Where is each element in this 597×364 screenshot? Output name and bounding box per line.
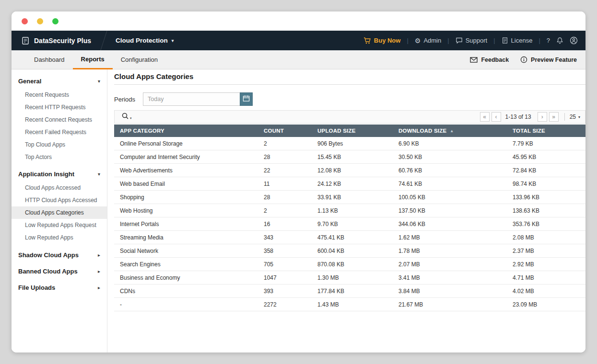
chevron-down-icon: ▾ [98, 171, 100, 177]
cell-count: 2272 [264, 301, 317, 308]
sidebar-group-application-insight[interactable]: Application Insight ▾ [12, 166, 107, 182]
chevron-right-icon: ▸ [98, 252, 100, 258]
cell-download-size: 137.50 KB [398, 207, 513, 214]
cell-total-size: 98.74 KB [513, 181, 585, 187]
column-header-total-size[interactable]: TOTAL SIZE [513, 128, 585, 134]
sidebar-item-cloud-apps-categories[interactable]: Cloud Apps Categories [12, 206, 107, 219]
table-row[interactable]: Social Network 358 600.04 KB 1.78 MB 2.3… [114, 244, 585, 258]
cell-total-size: 138.63 KB [513, 207, 585, 214]
column-header-download-size[interactable]: DOWNLOAD SIZE ▲ [398, 128, 513, 134]
sidebar-item-recent-connect-requests[interactable]: Recent Connect Requests [12, 114, 107, 126]
table-body: Online Personal Storage 2 906 Bytes 6.90… [114, 137, 585, 311]
previous-page-button[interactable]: ‹ [492, 112, 501, 122]
separator: | [407, 37, 408, 44]
notifications-button[interactable] [556, 37, 563, 44]
brand-logo[interactable]: DataSecurity Plus [21, 36, 91, 45]
column-search-button[interactable]: ▾ [121, 112, 132, 122]
table-row[interactable]: Business and Economy 1047 1.30 MB 3.41 M… [114, 271, 585, 284]
window-minimize-button[interactable] [37, 18, 43, 24]
help-button[interactable]: ? [547, 37, 550, 44]
cell-total-size: 72.84 KB [513, 167, 585, 174]
sidebar-group-shadow-cloud-apps[interactable]: Shadow Cloud Apps ▸ [12, 247, 107, 263]
module-selector[interactable]: Cloud Protection ▾ [116, 37, 174, 44]
cell-total-size: 353.76 KB [513, 221, 585, 228]
next-page-button[interactable]: › [538, 112, 547, 122]
table-row[interactable]: Search Engines 705 870.08 KB 2.07 MB 2.9… [114, 258, 585, 271]
table-row[interactable]: - 2272 1.43 MB 21.67 MB 23.09 MB [114, 298, 585, 311]
calendar-button[interactable] [240, 92, 253, 106]
sidebar-item-recent-failed-requests[interactable]: Recent Failed Requests [12, 126, 107, 138]
page-size-dropdown[interactable]: 25 ▾ [570, 114, 580, 120]
account-button[interactable] [570, 36, 578, 45]
table-row[interactable]: Streaming Media 343 475.41 KB 1.62 MB 2.… [114, 231, 585, 244]
table-row[interactable]: Web Hosting 2 1.13 KB 137.50 KB 138.63 K… [114, 204, 585, 217]
cell-upload-size: 870.08 KB [317, 261, 398, 268]
table-row[interactable]: Web based Email 11 24.12 KB 74.61 KB 98.… [114, 177, 585, 191]
tab-dashboard[interactable]: Dashboard [26, 50, 73, 69]
sidebar-group-banned-cloud-apps[interactable]: Banned Cloud Apps ▸ [12, 263, 107, 279]
cell-upload-size: 1.43 MB [317, 301, 398, 308]
cell-total-size: 7.79 KB [513, 140, 585, 147]
sidebar-group-general[interactable]: General ▾ [12, 73, 107, 89]
cell-download-size: 2.07 MB [398, 261, 513, 268]
separator: | [447, 37, 449, 44]
sidebar-group-file-uploads[interactable]: File Uploads ▸ [12, 279, 107, 296]
period-picker [143, 92, 253, 106]
search-icon [121, 112, 129, 122]
envelope-icon [470, 57, 478, 63]
cell-count: 705 [264, 261, 317, 268]
table-row[interactable]: Web Advertisements 22 12.08 KB 60.76 KB … [114, 164, 585, 177]
sidebar-item-recent-requests[interactable]: Recent Requests [12, 89, 107, 101]
separator: | [538, 37, 540, 44]
cell-count: 393 [264, 288, 317, 295]
info-icon [520, 56, 527, 63]
column-header-app-category[interactable]: APP CATEGORY [114, 128, 264, 134]
periods-label: Periods [114, 96, 135, 103]
table-row[interactable]: Internet Portals 16 9.70 KB 344.06 KB 35… [114, 217, 585, 231]
admin-menu[interactable]: ⚙ Admin [415, 37, 441, 44]
support-menu[interactable]: Support [456, 37, 488, 44]
module-name: Cloud Protection [116, 37, 168, 44]
sidebar-application-insight-items: Cloud Apps Accessed HTTP Cloud Apps Acce… [12, 182, 107, 244]
column-header-count[interactable]: COUNT [264, 128, 317, 134]
report-content: Cloud Apps Categories Periods [107, 69, 585, 353]
table-row[interactable]: Online Personal Storage 2 906 Bytes 6.90… [114, 137, 585, 150]
sort-ascending-icon: ▲ [450, 129, 454, 133]
cell-upload-size: 24.12 KB [317, 181, 398, 187]
brand-name: DataSecurity Plus [34, 37, 91, 45]
gear-icon: ⚙ [415, 37, 421, 44]
last-page-button[interactable]: » [549, 112, 559, 122]
report-table: APP CATEGORY COUNT UPLOAD SIZE DOWNLOAD … [114, 125, 585, 311]
table-row[interactable]: Shopping 28 33.91 KB 100.05 KB 133.96 KB [114, 191, 585, 204]
column-header-upload-size[interactable]: UPLOAD SIZE [317, 128, 398, 134]
window-zoom-button[interactable] [52, 18, 59, 24]
sidebar-item-top-cloud-apps[interactable]: Top Cloud Apps [12, 138, 107, 151]
tab-bar: Dashboard Reports Configuration Feedback… [12, 50, 585, 69]
cell-app-category: Web based Email [114, 181, 264, 187]
buy-now-button[interactable]: Buy Now [363, 37, 401, 45]
cell-count: 2 [264, 207, 317, 214]
sidebar-item-cloud-apps-accessed[interactable]: Cloud Apps Accessed [12, 182, 107, 194]
sidebar-item-top-actors[interactable]: Top Actors [12, 151, 107, 163]
chevron-down-icon: ▾ [172, 38, 174, 43]
sidebar-item-recent-http-requests[interactable]: Recent HTTP Requests [12, 101, 107, 114]
sidebar-item-http-cloud-apps-accessed[interactable]: HTTP Cloud Apps Accessed [12, 194, 107, 206]
table-row[interactable]: CDNs 393 177.84 KB 3.84 MB 4.02 MB [114, 284, 585, 298]
table-row[interactable]: Computer and Internet Security 28 15.45 … [114, 150, 585, 164]
tab-configuration[interactable]: Configuration [113, 50, 166, 69]
preview-feature-button[interactable]: Preview Feature [520, 56, 577, 63]
tab-reports[interactable]: Reports [73, 50, 113, 69]
sidebar-item-low-reputed-apps[interactable]: Low Reputed Apps [12, 231, 107, 244]
page-title: Cloud Apps Categories [114, 72, 585, 80]
license-document-icon [502, 37, 508, 44]
window-close-button[interactable] [22, 18, 28, 24]
cell-download-size: 6.90 KB [398, 140, 513, 147]
first-page-button[interactable]: « [480, 112, 490, 122]
cell-upload-size: 12.08 KB [317, 167, 398, 174]
license-menu[interactable]: License [502, 37, 533, 44]
table-toolbar: ▾ « ‹ 1-13 of 13 › » 25 ▾ [114, 110, 585, 124]
period-input[interactable] [143, 92, 240, 106]
feedback-button[interactable]: Feedback [470, 57, 509, 63]
sidebar-item-low-reputed-apps-request[interactable]: Low Reputed Apps Request [12, 219, 107, 231]
calendar-icon [243, 95, 250, 103]
